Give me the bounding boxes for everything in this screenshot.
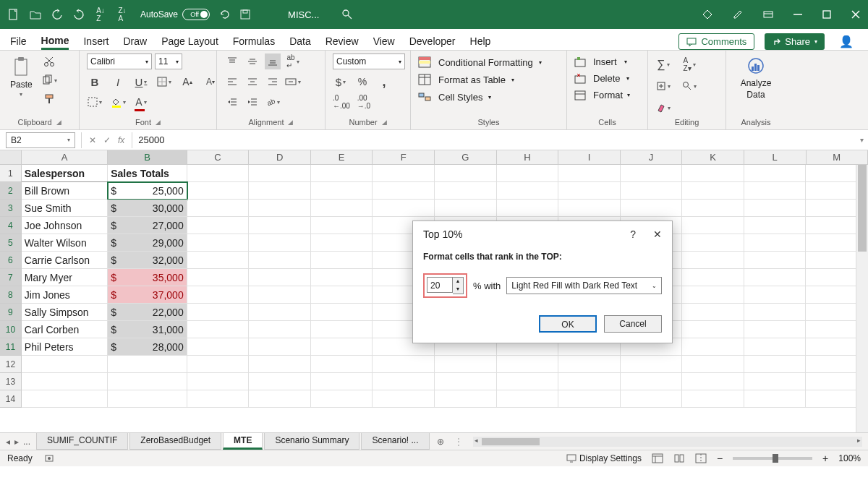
- font-color-icon[interactable]: A: [133, 94, 149, 110]
- cell[interactable]: [373, 182, 435, 200]
- cell[interactable]: [311, 217, 373, 234]
- cell[interactable]: [373, 356, 435, 373]
- align-bottom-icon[interactable]: [265, 53, 281, 69]
- cell[interactable]: [558, 200, 621, 217]
- align-center-icon[interactable]: [244, 74, 260, 90]
- cell[interactable]: [249, 217, 311, 234]
- cell[interactable]: [108, 356, 187, 373]
- conditional-formatting-button[interactable]: Conditional Formatting▾: [418, 56, 559, 68]
- row-header[interactable]: 13: [0, 373, 22, 390]
- cell[interactable]: [22, 356, 108, 373]
- cell[interactable]: [621, 165, 683, 182]
- cell[interactable]: [187, 286, 250, 304]
- cell[interactable]: [187, 356, 250, 373]
- cell[interactable]: [682, 286, 744, 304]
- name-box[interactable]: B2▾: [6, 132, 75, 148]
- cell[interactable]: [497, 390, 559, 408]
- row-header[interactable]: 4: [0, 217, 22, 234]
- find-select-icon[interactable]: [681, 78, 697, 94]
- cell[interactable]: [311, 286, 373, 304]
- comma-icon[interactable]: ,: [376, 74, 392, 90]
- redo-icon[interactable]: [72, 8, 85, 21]
- increase-font-icon[interactable]: A▴: [179, 74, 195, 90]
- cell[interactable]: [558, 356, 621, 373]
- cell[interactable]: [249, 356, 311, 373]
- cell[interactable]: [187, 252, 250, 269]
- number-launcher-icon[interactable]: ◢: [382, 119, 387, 126]
- col-header-M[interactable]: M: [807, 150, 869, 164]
- cell[interactable]: [249, 321, 311, 338]
- dialog-help-icon[interactable]: ?: [630, 228, 636, 240]
- cell[interactable]: [187, 304, 250, 321]
- percent-icon[interactable]: %: [354, 74, 370, 90]
- cell[interactable]: [22, 373, 108, 390]
- cell[interactable]: [249, 182, 311, 200]
- cell[interactable]: [744, 234, 807, 252]
- cell[interactable]: $28,000: [108, 338, 187, 356]
- sort-asc-icon[interactable]: A↓Z: [94, 8, 107, 21]
- ribbon-options-icon[interactable]: [762, 9, 774, 20]
- cell[interactable]: [249, 304, 311, 321]
- tab-view[interactable]: View: [373, 35, 395, 50]
- row-header[interactable]: 6: [0, 252, 22, 269]
- sheet-tab[interactable]: MTE: [223, 433, 263, 450]
- cell[interactable]: [744, 338, 807, 356]
- tab-review[interactable]: Review: [326, 35, 359, 50]
- cell[interactable]: [311, 373, 373, 390]
- account-icon[interactable]: 👤: [835, 35, 858, 48]
- col-header-A[interactable]: A: [22, 150, 108, 164]
- cut-icon[interactable]: [41, 53, 57, 69]
- zoom-slider[interactable]: [733, 457, 812, 460]
- pencil-icon[interactable]: [732, 9, 744, 20]
- analyze-data-button[interactable]: Analyze Data: [733, 53, 778, 103]
- col-header-L[interactable]: L: [744, 150, 807, 164]
- cell[interactable]: Bill Brown: [22, 182, 108, 200]
- cell[interactable]: $31,000: [108, 321, 187, 338]
- cell[interactable]: [249, 165, 311, 182]
- comments-button[interactable]: Comments: [678, 33, 754, 50]
- cell[interactable]: [249, 373, 311, 390]
- macro-record-icon[interactable]: [44, 453, 54, 463]
- tab-insert[interactable]: Insert: [83, 35, 109, 50]
- cell[interactable]: Sue Smith: [22, 200, 108, 217]
- refresh-icon[interactable]: [218, 8, 231, 21]
- cell[interactable]: $25,000: [108, 182, 187, 200]
- cell[interactable]: [682, 269, 744, 286]
- cell[interactable]: [249, 286, 311, 304]
- col-header-E[interactable]: E: [311, 150, 373, 164]
- row-header[interactable]: 10: [0, 321, 22, 338]
- cell[interactable]: [249, 200, 311, 217]
- copy-icon[interactable]: [41, 72, 57, 88]
- cell[interactable]: [744, 200, 807, 217]
- cell[interactable]: [682, 356, 744, 373]
- col-header-J[interactable]: J: [621, 150, 683, 164]
- spin-down-icon[interactable]: ▼: [453, 286, 463, 294]
- cell[interactable]: Carl Corben: [22, 321, 108, 338]
- col-header-B[interactable]: B: [108, 150, 187, 164]
- cell[interactable]: $30,000: [108, 200, 187, 217]
- insert-cells-button[interactable]: Insert▾: [574, 56, 640, 67]
- cell[interactable]: $22,000: [108, 304, 187, 321]
- cancel-button[interactable]: Cancel: [604, 315, 662, 333]
- row-header[interactable]: 8: [0, 286, 22, 304]
- cell[interactable]: [497, 165, 559, 182]
- cell[interactable]: $32,000: [108, 252, 187, 269]
- cell[interactable]: [558, 165, 621, 182]
- cell[interactable]: [621, 373, 683, 390]
- align-middle-icon[interactable]: [244, 53, 260, 69]
- scroll-left-icon[interactable]: ◂: [475, 437, 478, 444]
- row-header[interactable]: 3: [0, 200, 22, 217]
- percent-spinner[interactable]: ▲▼: [453, 277, 464, 294]
- dialog-close-icon[interactable]: ✕: [653, 228, 662, 240]
- cell[interactable]: [435, 373, 497, 390]
- cell[interactable]: [311, 269, 373, 286]
- cell[interactable]: [435, 356, 497, 373]
- undo-icon[interactable]: [51, 8, 64, 21]
- cell[interactable]: Joe Johnson: [22, 217, 108, 234]
- cell[interactable]: [744, 182, 807, 200]
- cell[interactable]: [249, 234, 311, 252]
- orientation-icon[interactable]: ab: [265, 94, 281, 110]
- cell[interactable]: [682, 304, 744, 321]
- align-left-icon[interactable]: [224, 74, 240, 90]
- cell[interactable]: [249, 252, 311, 269]
